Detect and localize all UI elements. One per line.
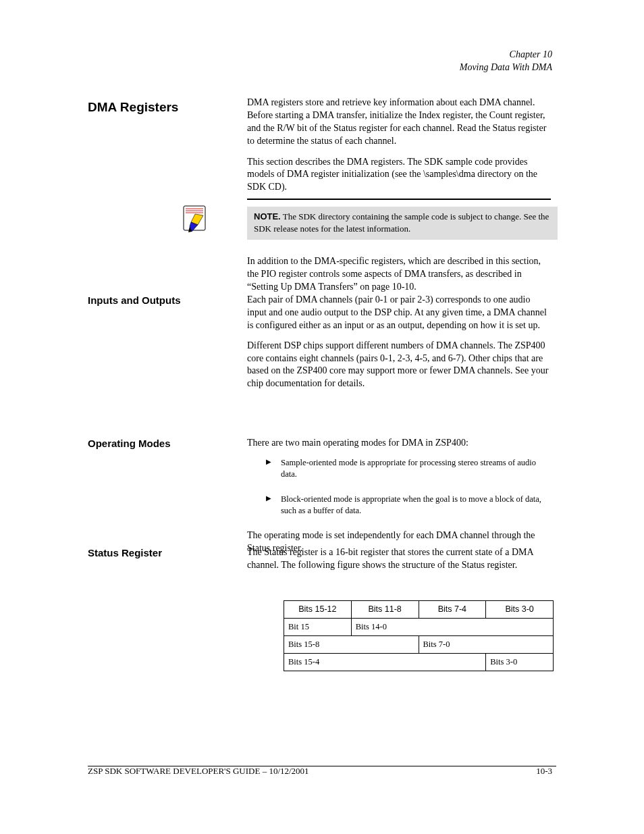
intro-para-1: DMA registers store and retrieve key inf… bbox=[247, 97, 551, 148]
ops-intro: There are two main operating modes for D… bbox=[247, 437, 551, 450]
section-title: DMA Registers bbox=[88, 99, 178, 116]
subtitle-operating-modes: Operating Modes bbox=[88, 437, 171, 450]
note-text: The SDK directory containing the sample … bbox=[254, 211, 549, 234]
intro-block: DMA registers store and retrieve key inf… bbox=[247, 97, 551, 202]
status-intro: The Status register is a 16-bit register… bbox=[247, 546, 551, 572]
bits-15-4: Bits 15-4 bbox=[284, 653, 486, 671]
table-row: Bit 15 Bits 14-0 bbox=[284, 618, 554, 635]
bits-11-8: Bits 11-8 bbox=[351, 601, 419, 619]
ops-bullets: Sample-oriented mode is appropriate for … bbox=[247, 457, 551, 517]
ops-bullet-2: Block-oriented mode is appropriate when … bbox=[266, 494, 551, 517]
bits-15-12: Bits 15-12 bbox=[284, 601, 352, 619]
document-page: Chapter 10 Moving Data With DMA DMA Regi… bbox=[0, 0, 644, 834]
ops-bullet-1: Sample-oriented mode is appropriate for … bbox=[266, 457, 551, 480]
subtitle-inputs-outputs: Inputs and Outputs bbox=[88, 294, 180, 307]
rule-above-note bbox=[247, 199, 551, 200]
note-box: NOTE. The SDK directory containing the s… bbox=[247, 207, 558, 240]
footer-right: 10-3 bbox=[536, 765, 552, 777]
subtitle-status-register: Status Register bbox=[88, 546, 162, 560]
footer-left: ZSP SDK SOFTWARE DEVELOPER'S GUIDE – 10/… bbox=[88, 765, 309, 777]
note-label: NOTE. bbox=[254, 211, 281, 221]
after-note-text: In addition to the DMA-specific register… bbox=[247, 255, 551, 294]
body-status-register: The Status register is a 16-bit register… bbox=[247, 546, 551, 580]
bits-7-0-b: Bits 7-0 bbox=[419, 635, 554, 653]
bits-7-4: Bits 7-4 bbox=[419, 601, 486, 619]
para-after-note: In addition to the DMA-specific register… bbox=[247, 255, 551, 294]
table-row: Bits 15-12 Bits 11-8 Bits 7-4 Bits 3-0 bbox=[284, 601, 554, 619]
note-icon bbox=[182, 205, 209, 233]
body-operating-modes: There are two main operating modes for D… bbox=[247, 437, 551, 563]
bits-3-0: Bits 3-0 bbox=[486, 601, 554, 619]
inouts-p1: Each pair of DMA channels (pair 0-1 or p… bbox=[247, 294, 551, 332]
bits-15-8: Bits 15-8 bbox=[284, 635, 419, 653]
intro-para-2: This section describes the DMA registers… bbox=[247, 156, 551, 194]
inouts-p2: Different DSP chips support different nu… bbox=[247, 340, 551, 391]
table-row: Bits 15-8 Bits 7-0 bbox=[284, 635, 554, 653]
running-header: Chapter 10 Moving Data With DMA bbox=[460, 49, 552, 74]
table-row: Bits 15-4 Bits 3-0 bbox=[284, 653, 554, 671]
status-register-table: Bits 15-12 Bits 11-8 Bits 7-4 Bits 3-0 B… bbox=[284, 600, 554, 671]
bits-14-0: Bits 14-0 bbox=[351, 618, 553, 635]
bit-15: Bit 15 bbox=[284, 618, 352, 635]
running-header-line1: Chapter 10 bbox=[460, 49, 552, 61]
bits-3-0-b: Bits 3-0 bbox=[486, 653, 554, 671]
running-header-line2: Moving Data With DMA bbox=[460, 61, 552, 74]
body-inputs-outputs: Each pair of DMA channels (pair 0-1 or p… bbox=[247, 294, 551, 398]
